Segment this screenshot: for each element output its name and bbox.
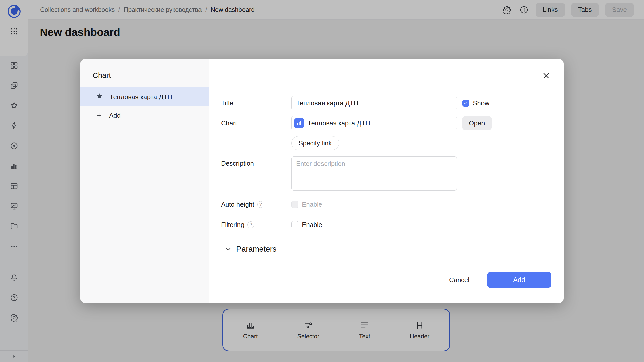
chart-select-value: Тепловая карта ДТП: [308, 119, 370, 127]
plus-icon: [96, 112, 103, 119]
parameters-label: Parameters: [236, 245, 276, 254]
specify-link-button[interactable]: Specify link: [291, 136, 339, 150]
open-button[interactable]: Open: [462, 116, 492, 130]
auto-height-label: Auto height ?: [221, 201, 291, 208]
parameters-section-toggle[interactable]: Parameters: [225, 245, 548, 254]
title-input[interactable]: [291, 96, 457, 110]
filtering-enable-label: Enable: [302, 221, 322, 229]
filtering-checkbox[interactable]: [291, 221, 298, 228]
cancel-button[interactable]: Cancel: [442, 272, 476, 288]
add-list-item-label: Add: [109, 112, 121, 119]
chart-type-icon: [294, 118, 304, 128]
star-icon: [96, 92, 103, 102]
chevron-down-icon: [225, 245, 232, 253]
filtering-label: Filtering ?: [221, 221, 291, 229]
chart-select-input[interactable]: Тепловая карта ДТП: [291, 116, 457, 130]
app-root: Collections and workbooks / Практические…: [0, 0, 644, 362]
dialog-body: Title Show Chart Тепловая карта ДТП: [209, 59, 564, 303]
title-label: Title: [221, 99, 291, 107]
chart-list-item[interactable]: Тепловая карта ДТП: [80, 87, 209, 106]
show-label: Show: [473, 99, 489, 107]
auto-height-checkbox: [291, 201, 298, 208]
show-checkbox[interactable]: [462, 100, 469, 107]
dialog-chart-list: Тепловая карта ДТП Add: [80, 87, 209, 124]
auto-height-enable-label: Enable: [302, 201, 322, 208]
help-icon[interactable]: ?: [247, 221, 254, 228]
chart-list-item-label: Тепловая карта ДТП: [110, 93, 172, 101]
dialog-sidebar: Chart Тепловая карта ДТП Add: [80, 59, 209, 303]
add-button[interactable]: Add: [487, 272, 551, 288]
dialog-footer: Cancel Add: [442, 272, 551, 288]
chart-dialog: Chart Тепловая карта ДТП Add: [80, 59, 564, 303]
add-list-item-button[interactable]: Add: [80, 106, 209, 124]
close-icon[interactable]: [541, 70, 552, 81]
help-icon[interactable]: ?: [257, 201, 264, 208]
filtering-label-text: Filtering: [221, 221, 244, 229]
description-label: Description: [221, 156, 291, 167]
description-textarea[interactable]: [291, 156, 457, 191]
chart-settings-form: Title Show Chart Тепловая карта ДТП: [209, 59, 564, 254]
chart-label: Chart: [221, 119, 291, 127]
auto-height-label-text: Auto height: [221, 201, 254, 208]
dialog-title: Chart: [80, 71, 209, 80]
check-icon: [463, 101, 468, 106]
